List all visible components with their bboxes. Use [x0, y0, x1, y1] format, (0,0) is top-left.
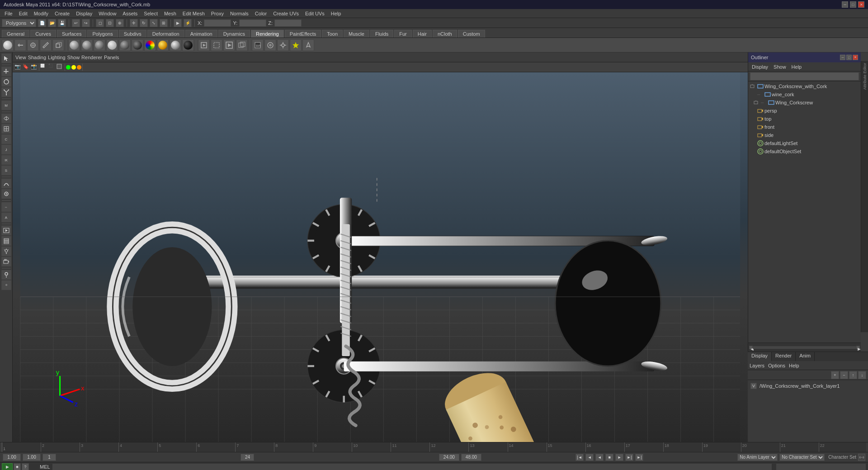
- tree-item-wine-cork[interactable]: ─ wine_cork: [749, 90, 860, 99]
- bookmarks-icon[interactable]: 🔖: [23, 64, 30, 71]
- layers-tab-anim[interactable]: Anim: [796, 352, 815, 361]
- mel-stop-button[interactable]: ■: [14, 463, 21, 470]
- move-icon[interactable]: ✛: [130, 19, 138, 27]
- layers-menu-options[interactable]: Options: [768, 363, 785, 368]
- gold-sphere-icon[interactable]: [157, 39, 169, 51]
- shaded-wire-icon[interactable]: [57, 64, 64, 71]
- tree-item-side[interactable]: side: [749, 131, 860, 139]
- render-icon[interactable]: ▶: [174, 19, 182, 27]
- lasso-icon[interactable]: ⊡: [106, 19, 114, 27]
- select-tool[interactable]: [1, 53, 11, 63]
- undo-icon[interactable]: ↩: [72, 19, 80, 27]
- outliner-scroll-right[interactable]: ►: [856, 346, 860, 349]
- menu-color[interactable]: Color: [252, 10, 269, 17]
- annotation-tool[interactable]: A: [1, 212, 11, 222]
- layer-icon[interactable]: [1, 236, 11, 246]
- mel-help-button[interactable]: ?: [22, 463, 29, 470]
- layer-new-icon[interactable]: +: [831, 371, 839, 379]
- outliner-min-button[interactable]: ─: [840, 55, 845, 60]
- steel-sphere-icon[interactable]: [170, 39, 181, 51]
- camera-icon[interactable]: [1, 257, 11, 267]
- ambient-sphere-icon[interactable]: [2, 39, 14, 51]
- transport-resize-handle[interactable]: [858, 454, 865, 461]
- menu-edit-mesh[interactable]: Edit Mesh: [180, 10, 208, 17]
- mode-select[interactable]: Polygons: [2, 19, 36, 27]
- lighting-menu[interactable]: Lighting: [48, 55, 66, 60]
- light-editor-icon[interactable]: [290, 39, 302, 51]
- darkest-sphere-icon[interactable]: [132, 39, 143, 51]
- attribute-editor-label[interactable]: Attribute Editor: [863, 63, 867, 90]
- paint-tool[interactable]: [1, 270, 11, 280]
- menu-proxy[interactable]: Proxy: [208, 10, 226, 17]
- colorful-sphere-icon[interactable]: [144, 39, 156, 51]
- sculpt-tool[interactable]: [1, 189, 11, 199]
- x-input[interactable]: [204, 19, 231, 27]
- minimize-button[interactable]: ─: [842, 1, 848, 8]
- quality-high-dot[interactable]: [77, 65, 81, 70]
- play-forward-button[interactable]: ►: [615, 454, 623, 461]
- tree-item-default-light-set[interactable]: defaultLightSet: [749, 139, 860, 147]
- rotate-icon[interactable]: ↻: [140, 19, 148, 27]
- close-button[interactable]: ✕: [858, 1, 864, 8]
- menu-modify[interactable]: Modify: [31, 10, 51, 17]
- prev-frame-button[interactable]: ◄: [585, 454, 594, 461]
- layer-visibility-toggle[interactable]: V: [750, 383, 757, 389]
- universal-manip-icon[interactable]: ⊞: [160, 19, 168, 27]
- tab-polygons[interactable]: Polygons: [87, 30, 118, 38]
- tool3-icon[interactable]: [302, 39, 314, 51]
- tab-rendering[interactable]: Rendering: [251, 30, 284, 38]
- wireframe-icon[interactable]: ⬜: [40, 64, 47, 71]
- arrow-icon[interactable]: [14, 39, 26, 51]
- shaded-icon[interactable]: ⬛: [48, 64, 56, 71]
- menu-edit-uvs[interactable]: Edit UVs: [302, 10, 327, 17]
- dynamics-icon[interactable]: ⚛: [1, 280, 11, 290]
- layers-menu-layers[interactable]: Layers: [750, 363, 764, 368]
- outliner-close-button[interactable]: ✕: [853, 55, 858, 60]
- play-back-button[interactable]: ◄: [595, 454, 604, 461]
- ipr-icon[interactable]: ⚡: [184, 19, 192, 27]
- dark-sphere2-icon[interactable]: [119, 39, 131, 51]
- lattice-tool[interactable]: [1, 124, 11, 134]
- light-sphere-icon[interactable]: [106, 39, 118, 51]
- tree-item-front[interactable]: front: [749, 123, 860, 131]
- render-region-icon[interactable]: [211, 39, 222, 51]
- menu-normals[interactable]: Normals: [227, 10, 251, 17]
- light-icon[interactable]: [1, 246, 11, 256]
- show-menu[interactable]: Show: [67, 55, 80, 60]
- snapshot-icon[interactable]: 📸: [31, 64, 38, 71]
- tree-collapse-icon[interactable]: [750, 84, 757, 89]
- paint-select-icon[interactable]: ⊕: [116, 19, 124, 27]
- layers-tab-display[interactable]: Display: [748, 352, 772, 361]
- shading-menu[interactable]: Shading: [28, 55, 46, 60]
- tab-custom[interactable]: Custom: [458, 30, 485, 38]
- tab-curves[interactable]: Curves: [30, 30, 56, 38]
- 3d-viewport[interactable]: x y z: [13, 72, 748, 442]
- anim-layer-select[interactable]: No Anim Layer: [737, 454, 778, 461]
- outliner-scroll-left[interactable]: ◄: [749, 346, 753, 349]
- layer-move-up-icon[interactable]: ↑: [849, 371, 857, 379]
- layer-delete-icon[interactable]: −: [840, 371, 848, 379]
- current-frame-input[interactable]: [42, 454, 56, 461]
- select-icon[interactable]: ◻: [96, 19, 104, 27]
- tab-general[interactable]: General: [2, 30, 29, 38]
- playback-speed-input[interactable]: [23, 454, 41, 461]
- menu-window[interactable]: Window: [96, 10, 119, 17]
- view-menu[interactable]: View: [15, 55, 26, 60]
- tree-item-wing-corkscrew[interactable]: ─ Wing_Corkscrew: [749, 99, 860, 107]
- menu-display[interactable]: Display: [73, 10, 95, 17]
- open-file-icon[interactable]: 📂: [48, 19, 56, 27]
- next-frame-button[interactable]: ►|: [625, 454, 633, 461]
- character-set-select[interactable]: No Character Set: [779, 454, 825, 461]
- measure-tool[interactable]: ↔: [1, 202, 11, 212]
- mel-input[interactable]: [52, 463, 772, 470]
- cluster-tool[interactable]: C: [1, 134, 11, 144]
- renderer-menu[interactable]: Renderer: [81, 55, 102, 60]
- tree-item-wing-corkscrew-with-cork[interactable]: Wing_Corkscrew_with_Cork: [749, 82, 860, 90]
- tree-item-default-object-set[interactable]: defaultObjectSet: [749, 147, 860, 155]
- menu-assets[interactable]: Assets: [120, 10, 140, 17]
- soft-mod-tool[interactable]: [1, 113, 11, 123]
- menu-create[interactable]: Create: [52, 10, 72, 17]
- skin-tool[interactable]: S: [1, 165, 11, 175]
- hypershade-icon[interactable]: [264, 39, 276, 51]
- ik-tool[interactable]: IK: [1, 155, 11, 165]
